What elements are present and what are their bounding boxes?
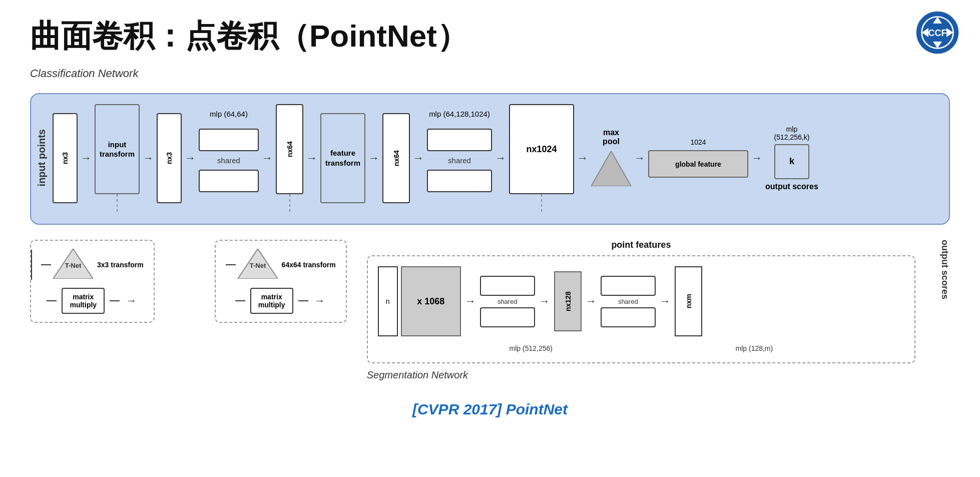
ccf-logo: CCF [915,10,960,55]
cn-inner: nx3 → input transform → nx3 [53,104,937,212]
tnet2-matrix-box: matrix multiply [250,288,293,314]
nx64-box: nx64 [276,104,303,194]
seg-mlp-stack-1: shared [480,276,535,327]
arrow-10: → [634,152,645,165]
input-points-label: input points [36,129,48,186]
seg-shared1-label: shared [498,298,518,305]
seg-concat-box: x 1068 [401,266,461,336]
mlp2-label: mlp (64,128,1024) [429,110,490,118]
seg-nx128-box: nx128 [554,271,582,331]
seg-mlp2-box2 [601,307,656,327]
seg-mlp-stack-2: shared [601,276,656,327]
final-output-area: mlp (512,256,k) k output scores [765,125,818,191]
seg-inner: n x 1068 → shared → [378,266,904,336]
nx3-box-2: nx3 [157,113,182,203]
mlp-group-2: mlp (64,128,1024) shared [427,124,492,192]
arrow-1: → [81,152,92,165]
svg-text:T-Net: T-Net [65,262,82,269]
arrow-3: → [185,152,196,165]
svg-text:T-Net: T-Net [249,262,266,269]
classification-label: Classification Network [30,67,950,80]
dashed-arrow-2 [289,194,290,212]
page-title: 曲面卷积：点卷积（PointNet） [30,15,950,57]
arrow-9: → [577,152,588,165]
feature-transform-box: feature transform [320,113,365,203]
tnet2-triangle: T-Net [238,249,278,279]
input-transform-col: input transform [95,104,140,212]
nx1024-box: nx1024 [509,104,574,194]
lower-section: T-Net 3x3 transform matrix multiply → [30,240,950,381]
dashed-arrow-3 [541,194,542,212]
point-features-label: point features [367,240,915,250]
shared1-label: shared [217,156,240,165]
mlp1-box1 [199,129,259,151]
arrow-6: → [368,152,379,165]
dashed-arrow-1 [117,194,118,212]
tnet2-box: T-Net 64x64 transform matrix multiply [215,240,347,323]
seg-mlp1-box2 [480,307,535,327]
seg-mlp1-label: mlp (512,256) [510,344,553,352]
segmentation-label: Segmentation Network [367,369,915,381]
seg-network-box: n x 1068 → shared → [367,255,915,363]
seg-nxm-box: nxm [675,266,702,336]
tnet2-transform-label: 64x64 transform [282,261,336,269]
seg-output-scores-wrapper: output scores [935,240,950,299]
arrow-4: → [262,152,273,165]
max-pool-label: max pool [603,128,620,146]
input-transform-box: input transform [95,104,140,194]
output-k-box: k [774,144,809,179]
tnet1-box: T-Net 3x3 transform matrix multiply → [30,240,155,323]
seg-labels-row: mlp (512,256) mlp (128,m) [378,344,904,352]
global-output-area: 1024 global feature [648,138,748,178]
seg-mlp2-box1 [601,276,656,296]
arrow-7: → [413,152,424,165]
nx64-box-2: nx64 [382,113,410,203]
feature-1024-label: 1024 [690,138,706,146]
arrow-11: → [751,152,762,165]
maxpool-area: max pool [591,128,631,188]
tnet1-matrix-box: matrix multiply [62,288,105,314]
svg-marker-7 [591,151,631,186]
nx3-box-1: nx3 [53,113,78,203]
nx1024-col: nx1024 [509,104,574,212]
diagram-area: Classification Network input points nx3 … [30,67,950,418]
svg-text:CCF: CCF [928,28,947,38]
tnet1-triangle: T-Net [53,249,93,279]
seg-shared2-label: shared [618,298,638,305]
arrow-2: → [143,152,154,165]
feature-transform-col: feature transform [320,113,365,203]
arrow-8: → [495,152,506,165]
seg-mlp2-label: mlp (128,m) [736,344,773,352]
mlp-group-1: mlp (64,64) shared [199,124,259,192]
mlp2-box1 [427,129,492,151]
mlp3-label: mlp (512,256,k) [774,125,809,141]
seg-output-scores-label: output scores [939,240,950,299]
mlp2-box2 [427,170,492,192]
maxpool-triangle [591,151,631,186]
citation: [CVPR 2017] PointNet [30,401,950,418]
nx64-col: nx64 [276,104,303,212]
seg-mlp1-box1 [480,276,535,296]
global-feature-box: global feature [648,150,748,178]
seg-section: point features n x 1068 → [367,240,915,381]
classification-network-box: input points nx3 → input transform → [30,93,950,225]
output-scores-cn: output scores [765,182,818,191]
mlp1-box2 [199,170,259,192]
shared2-label: shared [448,156,471,165]
tnet1-transform-label: 3x3 transform [97,261,144,269]
slide: CCF 曲面卷积：点卷积（PointNet） Classification Ne… [0,0,980,477]
mlp1-label: mlp (64,64) [210,110,248,118]
arrow-5: → [306,152,317,165]
seg-n-box: n [378,266,398,336]
